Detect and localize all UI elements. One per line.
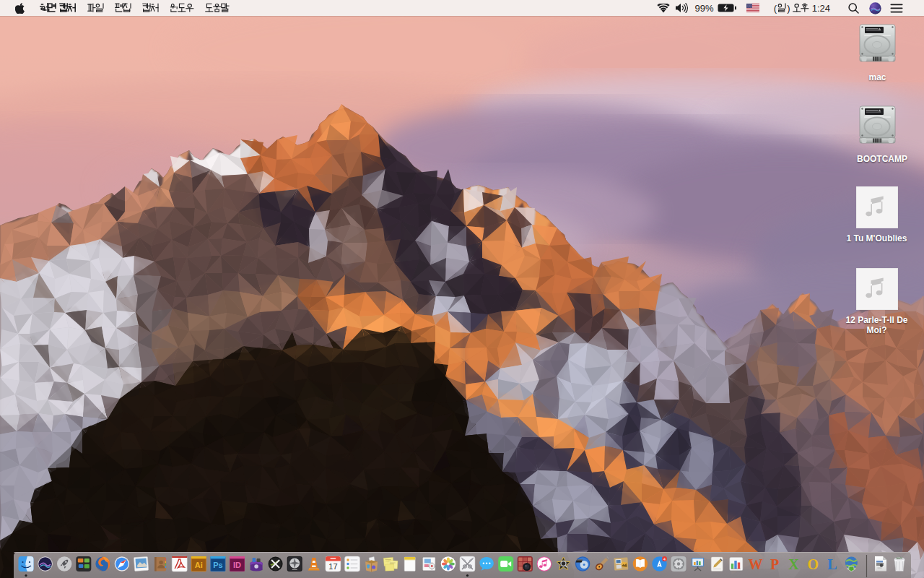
svg-text:O: O [807, 556, 819, 572]
svg-text:Ps: Ps [213, 561, 222, 569]
svg-text:L: L [827, 556, 837, 572]
svg-text:P: P [770, 556, 779, 572]
svg-text:X: X [788, 556, 799, 572]
svg-text:ID: ID [233, 561, 241, 569]
svg-text:W: W [748, 556, 762, 572]
svg-text:17: 17 [328, 562, 337, 571]
svg-text:Ai: Ai [195, 561, 203, 569]
